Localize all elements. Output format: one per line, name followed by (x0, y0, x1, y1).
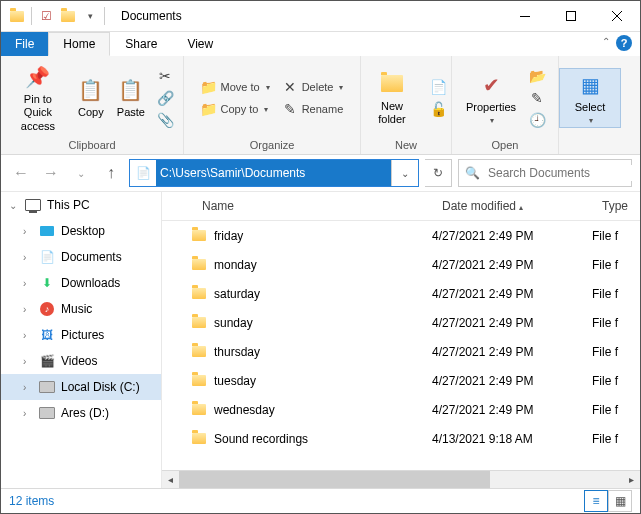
scroll-track[interactable] (179, 471, 623, 488)
maximize-button[interactable] (548, 1, 594, 31)
close-button[interactable] (594, 1, 640, 31)
horizontal-scrollbar[interactable]: ◂ ▸ (162, 470, 640, 488)
file-type: File f (592, 316, 640, 330)
tree-item-downloads[interactable]: ›⬇Downloads (1, 270, 161, 296)
file-row[interactable]: monday4/27/2021 2:49 PMFile f (162, 250, 640, 279)
file-list-pane[interactable]: Name Date modified▴ Type friday4/27/2021… (162, 192, 640, 488)
tree-caret-icon[interactable]: › (23, 356, 33, 367)
address-input[interactable] (156, 160, 391, 186)
select-button[interactable]: ▦ Select▾ (559, 68, 621, 129)
delete-button[interactable]: ✕Delete▾ (278, 77, 348, 97)
tree-caret-icon[interactable]: › (23, 408, 33, 419)
tree-item-music[interactable]: ›♪Music (1, 296, 161, 322)
file-row[interactable]: thursday4/27/2021 2:49 PMFile f (162, 337, 640, 366)
help-icon[interactable]: ? (616, 35, 632, 51)
move-to-button[interactable]: 📁Move to▾ (197, 77, 274, 97)
rename-icon: ✎ (282, 101, 298, 117)
tree-caret-icon[interactable]: ⌄ (9, 200, 19, 211)
up-button[interactable]: ↑ (99, 161, 123, 185)
copy-to-button[interactable]: 📁Copy to▾ (197, 99, 274, 119)
search-input[interactable] (486, 165, 640, 181)
open-button[interactable]: 📂 (525, 66, 549, 86)
tree-label: Ares (D:) (61, 406, 109, 420)
tree-label: Desktop (61, 224, 105, 238)
column-name[interactable]: Name (162, 199, 442, 213)
back-button[interactable]: ← (9, 161, 33, 185)
cut-icon: ✂ (157, 68, 173, 84)
move-icon: 📁 (201, 79, 217, 95)
pin-quick-access-button[interactable]: 📌 Pin to Quick access (7, 61, 69, 135)
tab-file[interactable]: File (1, 32, 48, 56)
file-date: 4/27/2021 2:49 PM (432, 287, 592, 301)
recent-locations-button[interactable]: ⌄ (69, 161, 93, 185)
tree-caret-icon[interactable]: › (23, 330, 33, 341)
folder-icon (60, 8, 76, 24)
edit-button[interactable]: ✎ (525, 88, 549, 108)
group-open-label: Open (492, 137, 519, 154)
dropdown-icon[interactable]: ▾ (82, 8, 98, 24)
tree-caret-icon[interactable]: › (23, 382, 33, 393)
file-name: wednesday (214, 403, 275, 417)
checkbox-icon[interactable]: ☑ (38, 8, 54, 24)
file-row[interactable]: saturday4/27/2021 2:49 PMFile f (162, 279, 640, 308)
tree-item-documents[interactable]: ›📄Documents (1, 244, 161, 270)
search-box[interactable]: 🔍 (458, 159, 632, 187)
edit-icon: ✎ (529, 90, 545, 106)
address-dropdown-icon[interactable]: ⌄ (391, 160, 418, 186)
tree-caret-icon[interactable]: › (23, 252, 33, 263)
tree-item-disk[interactable]: ›Local Disk (C:) (1, 374, 161, 400)
tree-caret-icon[interactable]: › (23, 226, 33, 237)
address-bar[interactable]: 📄 ⌄ (129, 159, 419, 187)
item-count: 12 items (9, 494, 54, 508)
search-icon: 🔍 (465, 166, 480, 180)
scroll-left-icon[interactable]: ◂ (162, 471, 179, 488)
file-row[interactable]: tuesday4/27/2021 2:49 PMFile f (162, 366, 640, 395)
tree-item-pc[interactable]: ⌄This PC (1, 192, 161, 218)
file-row[interactable]: wednesday4/27/2021 2:49 PMFile f (162, 395, 640, 424)
history-button[interactable]: 🕘 (525, 110, 549, 130)
collapse-ribbon-icon[interactable]: ⌃ (602, 36, 610, 47)
rename-button[interactable]: ✎Rename (278, 99, 348, 119)
file-row[interactable]: Sound recordings4/13/2021 9:18 AMFile f (162, 424, 640, 453)
properties-button[interactable]: ✔ Properties▾ (461, 69, 521, 128)
tree-caret-icon[interactable]: › (23, 304, 33, 315)
folder-icon (9, 8, 25, 24)
tab-home[interactable]: Home (48, 32, 110, 56)
tree-item-disk[interactable]: ›Ares (D:) (1, 400, 161, 426)
folder-icon (192, 259, 206, 270)
navigation-pane[interactable]: ⌄This PC›Desktop›📄Documents›⬇Downloads›♪… (1, 192, 162, 488)
delete-icon: ✕ (282, 79, 298, 95)
file-row[interactable]: sunday4/27/2021 2:49 PMFile f (162, 308, 640, 337)
paste-button[interactable]: 📋 Paste (113, 74, 149, 121)
tab-view[interactable]: View (172, 32, 228, 56)
copy-path-button[interactable]: 🔗 (153, 88, 177, 108)
details-view-button[interactable]: ≡ (584, 490, 608, 512)
tree-item-desktop[interactable]: ›Desktop (1, 218, 161, 244)
ribbon: 📌 Pin to Quick access 📋 Copy 📋 Paste ✂ 🔗… (1, 56, 640, 155)
column-type[interactable]: Type (602, 199, 640, 213)
new-folder-button[interactable]: New folder (362, 68, 422, 128)
music-icon: ♪ (39, 301, 55, 317)
file-type: File f (592, 345, 640, 359)
minimize-button[interactable] (502, 1, 548, 31)
file-row[interactable]: friday4/27/2021 2:49 PMFile f (162, 221, 640, 250)
refresh-button[interactable]: ↻ (425, 159, 452, 187)
svg-rect-0 (520, 16, 530, 17)
file-date: 4/27/2021 2:49 PM (432, 403, 592, 417)
scroll-right-icon[interactable]: ▸ (623, 471, 640, 488)
tab-share[interactable]: Share (110, 32, 172, 56)
new-folder-icon (378, 70, 406, 98)
new-item-button[interactable]: 📄 (426, 77, 450, 97)
cut-button[interactable]: ✂ (153, 66, 177, 86)
tree-caret-icon[interactable]: › (23, 278, 33, 289)
scroll-thumb[interactable] (179, 471, 490, 488)
paste-shortcut-button[interactable]: 📎 (153, 110, 177, 130)
column-headers[interactable]: Name Date modified▴ Type (162, 192, 640, 221)
tree-item-videos[interactable]: ›🎬Videos (1, 348, 161, 374)
copy-button[interactable]: 📋 Copy (73, 74, 109, 121)
tree-label: Music (61, 302, 92, 316)
tree-item-pictures[interactable]: ›🖼Pictures (1, 322, 161, 348)
icons-view-button[interactable]: ▦ (608, 490, 632, 512)
column-date[interactable]: Date modified▴ (442, 199, 602, 213)
easy-access-button[interactable]: 🔓 (426, 99, 450, 119)
